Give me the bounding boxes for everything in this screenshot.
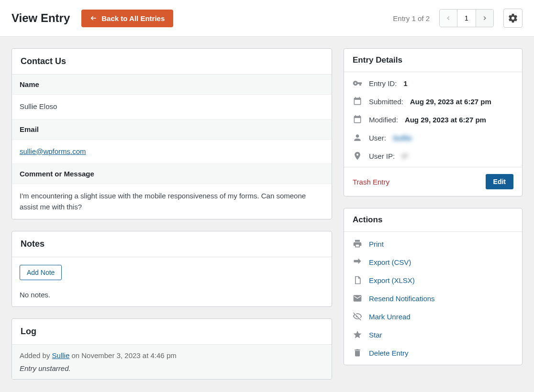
actions-list: Print Export (CSV) Export (XLSX) Resend … [344,232,522,365]
entry-id-label: Entry ID: [369,79,397,87]
key-icon [353,78,362,88]
pager-page-input[interactable] [457,10,476,27]
export-xlsx-icon [353,275,362,285]
notes-body: Add Note No notes. [12,257,332,306]
entry-details-title: Entry Details [344,49,522,72]
page-title: View Entry [11,11,70,25]
action-export-csv-link[interactable]: Export (CSV) [369,258,411,266]
action-print: Print [344,235,522,253]
form-entry-panel: Contact Us Name Sullie Eloso Email sulli… [11,48,332,219]
content-area: Contact Us Name Sullie Eloso Email sulli… [0,37,534,391]
pager-prev-button[interactable] [440,10,457,27]
modified-value: Aug 29, 2023 at 6:27 pm [405,116,486,124]
edit-entry-button[interactable]: Edit [486,174,513,189]
notes-empty-text: No notes. [20,291,324,299]
entry-count-label: Entry 1 of 2 [393,14,430,22]
log-added-by-prefix: Added by [20,351,52,359]
entry-id-value: 1 [403,79,407,87]
header-left: View Entry Back to All Entries [11,10,173,27]
back-button-label: Back to All Entries [101,14,165,22]
detail-row-user: User: Sullie [344,129,522,147]
side-column: Entry Details Entry ID: 1 Submitted: Aug… [344,48,523,365]
submitted-value: Aug 29, 2023 at 6:27 pm [410,98,491,106]
field-label-message: Comment or Message [12,164,332,184]
log-action-text: Entry unstarred. [20,364,324,372]
star-icon [353,330,362,339]
arrow-left-icon [90,14,98,22]
calendar-icon [353,115,362,124]
action-resend: Resend Notifications [344,289,522,307]
calendar-icon [353,97,362,106]
mail-icon [353,294,362,303]
action-export-xlsx-link[interactable]: Export (XLSX) [369,276,415,284]
modified-label: Modified: [369,116,398,124]
log-user-link[interactable]: Sullie [52,351,70,359]
detail-row-modified: Modified: Aug 29, 2023 at 6:27 pm [344,110,522,129]
notes-panel: Notes Add Note No notes. [11,231,332,307]
field-value-message: I'm encountering a slight issue with the… [12,184,332,219]
trash-icon [353,348,362,358]
back-to-entries-button[interactable]: Back to All Entries [81,10,173,27]
entry-details-footer: Trash Entry Edit [344,167,522,196]
entry-pager [439,9,494,27]
export-csv-icon [353,257,362,267]
action-delete: Delete Entry [344,344,522,362]
action-print-link[interactable]: Print [369,240,384,248]
main-column: Contact Us Name Sullie Eloso Email sulli… [11,48,332,380]
actions-title: Actions [344,208,522,232]
log-added-by-suffix: on November 3, 2023 at 4:46 pm [69,351,176,359]
detail-row-user-ip: User IP: IP [344,147,522,165]
user-icon [353,133,362,142]
action-star-link[interactable]: Star [369,331,382,339]
action-export-xlsx: Export (XLSX) [344,271,522,289]
form-title: Contact Us [12,49,332,75]
action-mark-unread-link[interactable]: Mark Unread [369,313,411,321]
user-value: Sullie [393,134,412,142]
log-entry-meta: Added by Sullie on November 3, 2023 at 4… [20,351,324,359]
location-pin-icon [353,151,362,161]
chevron-right-icon [481,15,488,22]
add-note-button[interactable]: Add Note [20,265,62,280]
detail-row-entry-id: Entry ID: 1 [344,74,522,92]
action-mark-unread: Mark Unread [344,307,522,326]
field-label-name: Name [12,75,332,95]
field-value-name: Sullie Eloso [12,95,332,120]
user-ip-value: IP [401,152,408,160]
log-panel: Log Added by Sullie on November 3, 2023 … [11,318,332,380]
entry-details-list: Entry ID: 1 Submitted: Aug 29, 2023 at 6… [344,72,522,167]
field-label-email: Email [12,120,332,140]
page-header: View Entry Back to All Entries Entry 1 o… [0,0,534,37]
action-export-csv: Export (CSV) [344,253,522,271]
print-icon [353,239,362,249]
settings-button[interactable] [503,9,523,28]
notes-title: Notes [12,231,332,257]
action-star: Star [344,326,522,344]
eye-slash-icon [353,312,362,321]
user-label: User: [369,134,386,142]
trash-entry-link[interactable]: Trash Entry [353,178,389,186]
field-value-email: sullie@wpforms.com [12,140,332,164]
email-link[interactable]: sullie@wpforms.com [20,147,86,155]
pager-next-button[interactable] [476,10,493,27]
detail-row-submitted: Submitted: Aug 29, 2023 at 6:27 pm [344,92,522,110]
form-fields: Name Sullie Eloso Email sullie@wpforms.c… [12,75,332,219]
action-delete-link[interactable]: Delete Entry [369,349,409,357]
entry-details-panel: Entry Details Entry ID: 1 Submitted: Aug… [344,48,523,196]
log-body: Added by Sullie on November 3, 2023 at 4… [12,345,332,379]
header-right: Entry 1 of 2 [393,9,523,28]
chevron-left-icon [445,15,452,22]
actions-panel: Actions Print Export (CSV) Export (XLSX)… [344,208,523,365]
user-ip-label: User IP: [369,152,395,160]
log-title: Log [12,319,332,345]
submitted-label: Submitted: [369,98,403,106]
action-resend-link[interactable]: Resend Notifications [369,294,435,303]
gear-icon [508,13,518,23]
